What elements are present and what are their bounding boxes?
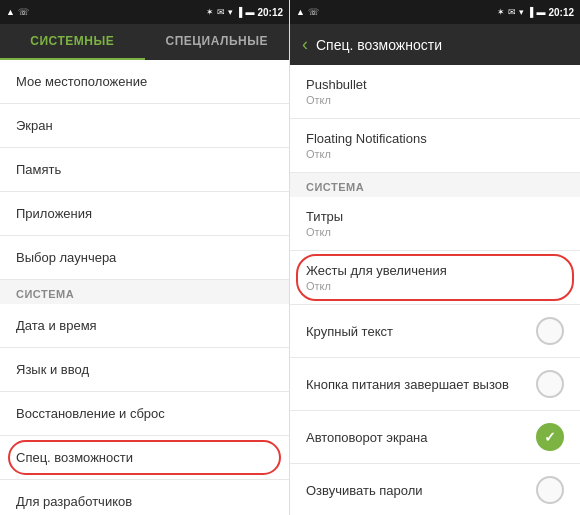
left-time: 20:12 <box>257 7 283 18</box>
gestures-subtitle: Откл <box>306 280 564 292</box>
right-notification-icon: ✉ <box>508 7 516 17</box>
phone-icon: ☏ <box>18 7 29 17</box>
right-item-speak-pass[interactable]: Озвучивать пароли <box>290 464 580 515</box>
floating-subtitle: Откл <box>306 148 564 160</box>
bluetooth-icon: ✶ <box>206 7 214 17</box>
menu-item-restore[interactable]: Восстановление и сброс <box>0 392 289 436</box>
right-list: Pushbullet Откл Floating Notifications О… <box>290 65 580 515</box>
signal-icon: ▐ <box>236 7 242 17</box>
menu-item-memory[interactable]: Память <box>0 148 289 192</box>
right-time: 20:12 <box>548 7 574 18</box>
pushbullet-title: Pushbullet <box>306 77 564 92</box>
left-status-bar: ▲ ☏ ✶ ✉ ▾ ▐ ▬ 20:12 <box>0 0 289 24</box>
large-text-toggle[interactable] <box>536 317 564 345</box>
menu-item-apps[interactable]: Приложения <box>0 192 289 236</box>
right-status-icons-left: ▲ ☏ <box>296 7 319 17</box>
tab-special[interactable]: СПЕЦИАЛЬНЫЕ <box>145 24 290 60</box>
captions-title: Титры <box>306 209 564 224</box>
notification-icon: ✉ <box>217 7 225 17</box>
right-item-large-text[interactable]: Крупный текст <box>290 305 580 358</box>
right-triangle-icon: ▲ <box>296 7 305 17</box>
right-panel: ▲ ☏ ✶ ✉ ▾ ▐ ▬ 20:12 ‹ Спец. возможности … <box>290 0 580 515</box>
right-signal-icon: ▐ <box>527 7 533 17</box>
right-phone-icon: ☏ <box>308 7 319 17</box>
left-status-icons-left: ▲ ☏ <box>6 7 29 17</box>
tab-system[interactable]: СИСТЕМНЫЕ <box>0 24 145 60</box>
tab-bar: СИСТЕМНЫЕ СПЕЦИАЛЬНЫЕ <box>0 24 289 60</box>
left-panel: ▲ ☏ ✶ ✉ ▾ ▐ ▬ 20:12 СИСТЕМНЫЕ СПЕЦИАЛЬНЫ… <box>0 0 290 515</box>
triangle-icon: ▲ <box>6 7 15 17</box>
menu-item-launcher[interactable]: Выбор лаунчера <box>0 236 289 280</box>
wifi-icon: ▾ <box>228 7 233 17</box>
right-item-pushbullet[interactable]: Pushbullet Откл <box>290 65 580 119</box>
menu-item-developer[interactable]: Для разработчиков <box>0 480 289 515</box>
back-button[interactable]: ‹ <box>302 34 308 55</box>
right-section-system: СИСТЕМА <box>290 173 580 197</box>
menu-item-location[interactable]: Мое местоположение <box>0 60 289 104</box>
right-item-auto-rotate[interactable]: Автоповорот экрана <box>290 411 580 464</box>
right-header-title: Спец. возможности <box>316 37 442 53</box>
speak-pass-label: Озвучивать пароли <box>306 483 423 498</box>
right-item-gestures[interactable]: Жесты для увеличения Откл <box>290 251 580 305</box>
captions-subtitle: Откл <box>306 226 564 238</box>
menu-item-language[interactable]: Язык и ввод <box>0 348 289 392</box>
power-ends-toggle[interactable] <box>536 370 564 398</box>
menu-item-screen[interactable]: Экран <box>0 104 289 148</box>
power-ends-label: Кнопка питания завершает вызов <box>306 377 509 392</box>
left-menu-list: Мое местоположение Экран Память Приложен… <box>0 60 289 515</box>
gestures-title: Жесты для увеличения <box>306 263 564 278</box>
right-item-captions[interactable]: Титры Откл <box>290 197 580 251</box>
left-status-icons-right: ✶ ✉ ▾ ▐ ▬ 20:12 <box>206 7 283 18</box>
speak-pass-toggle[interactable] <box>536 476 564 504</box>
large-text-label: Крупный текст <box>306 324 393 339</box>
right-bluetooth-icon: ✶ <box>497 7 505 17</box>
auto-rotate-label: Автоповорот экрана <box>306 430 428 445</box>
auto-rotate-toggle[interactable] <box>536 423 564 451</box>
menu-item-accessibility[interactable]: Спец. возможности <box>0 436 289 480</box>
right-status-bar: ▲ ☏ ✶ ✉ ▾ ▐ ▬ 20:12 <box>290 0 580 24</box>
right-item-power-ends[interactable]: Кнопка питания завершает вызов <box>290 358 580 411</box>
left-section-system: СИСТЕМА <box>0 280 289 304</box>
menu-item-datetime[interactable]: Дата и время <box>0 304 289 348</box>
pushbullet-subtitle: Откл <box>306 94 564 106</box>
floating-title: Floating Notifications <box>306 131 564 146</box>
right-wifi-icon: ▾ <box>519 7 524 17</box>
right-status-icons-right: ✶ ✉ ▾ ▐ ▬ 20:12 <box>497 7 574 18</box>
right-header: ‹ Спец. возможности <box>290 24 580 65</box>
battery-icon: ▬ <box>245 7 254 17</box>
right-battery-icon: ▬ <box>536 7 545 17</box>
right-item-floating[interactable]: Floating Notifications Откл <box>290 119 580 173</box>
